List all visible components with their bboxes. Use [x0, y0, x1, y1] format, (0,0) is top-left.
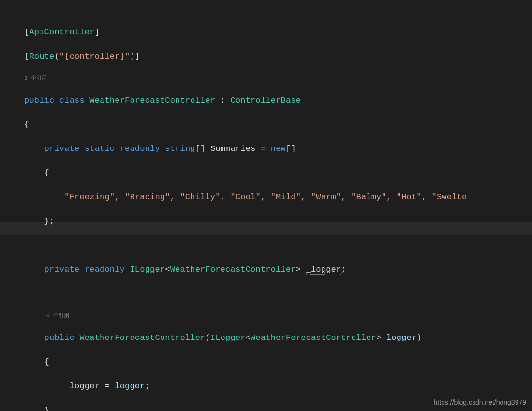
- codelens-references[interactable]: 3 个引用: [0, 75, 532, 82]
- code-editor[interactable]: [ApiController] [Route("[controller]")] …: [0, 0, 532, 411]
- code-line[interactable]: {: [0, 167, 532, 179]
- code-line[interactable]: };: [0, 215, 532, 227]
- watermark-text: https://blog.csdn.net/hong3979: [434, 398, 526, 406]
- code-line[interactable]: _logger = logger;: [0, 380, 532, 392]
- code-line[interactable]: public WeatherForecastController(ILogger…: [0, 332, 532, 344]
- code-line[interactable]: [0, 288, 532, 300]
- code-line[interactable]: {: [0, 118, 532, 131]
- code-line[interactable]: "Freezing", "Bracing", "Chilly", "Cool",…: [0, 191, 532, 203]
- code-area[interactable]: [ApiController] [Route("[controller]")] …: [0, 0, 532, 411]
- code-line[interactable]: private static readonly string[] Summari…: [0, 143, 532, 155]
- code-line[interactable]: private readonly ILogger<WeatherForecast…: [0, 264, 532, 276]
- code-line[interactable]: public class WeatherForecastController :…: [0, 94, 532, 106]
- code-line[interactable]: [Route("[controller]")]: [0, 50, 532, 62]
- code-line[interactable]: {: [0, 356, 532, 368]
- code-line[interactable]: [ApiController]: [0, 26, 532, 38]
- codelens-references[interactable]: 0 个引用: [0, 312, 532, 319]
- code-line[interactable]: [0, 239, 532, 251]
